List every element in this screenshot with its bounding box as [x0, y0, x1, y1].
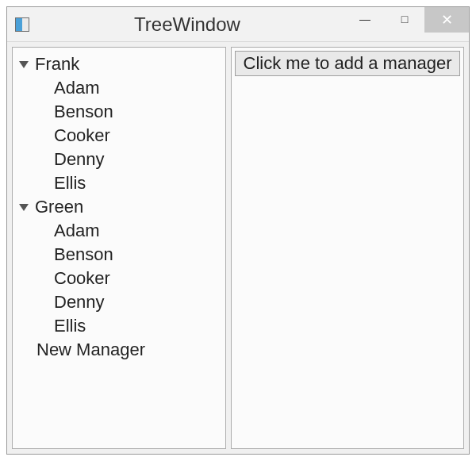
tree-root-green[interactable]: Green	[16, 195, 222, 219]
tree-child[interactable]: Denny	[16, 290, 222, 314]
tree-child[interactable]: Cooker	[16, 124, 222, 148]
minimize-icon: —	[359, 13, 370, 25]
tree-label: New Manager	[36, 340, 145, 359]
right-panel: Click me to add a manager	[231, 47, 464, 449]
tree-label: Ellis	[54, 316, 86, 336]
tree-child[interactable]: Benson	[16, 243, 222, 267]
tree-label: Ellis	[54, 173, 86, 193]
tree-label: Denny	[54, 292, 105, 312]
tree-child[interactable]: Adam	[16, 219, 222, 243]
close-button[interactable]: ✕	[424, 7, 469, 33]
chevron-down-icon[interactable]	[19, 61, 29, 68]
tree-child[interactable]: Denny	[16, 148, 222, 171]
app-icon	[15, 17, 29, 32]
tree-root-frank[interactable]: Frank	[16, 52, 222, 76]
tree-view[interactable]: Frank Adam Benson Cooker Denny Ellis Gre…	[12, 47, 226, 449]
tree-label: Adam	[54, 221, 99, 240]
add-manager-label: Click me to add a manager	[244, 53, 452, 73]
tree-label: Frank	[35, 54, 79, 74]
window-controls: — □ ✕	[345, 7, 469, 41]
tree-label: Benson	[54, 102, 113, 121]
chevron-down-icon[interactable]	[19, 204, 29, 211]
client-area: Frank Adam Benson Cooker Denny Ellis Gre…	[7, 42, 469, 454]
tree-label: Denny	[54, 149, 105, 169]
tree-child[interactable]: Adam	[16, 76, 222, 100]
tree-label: Benson	[54, 244, 113, 264]
tree-child[interactable]: Ellis	[16, 171, 222, 195]
close-icon: ✕	[441, 11, 453, 29]
tree-child[interactable]: Ellis	[16, 314, 222, 338]
tree-child[interactable]: Cooker	[16, 267, 222, 290]
tree-root-new-manager[interactable]: New Manager	[16, 338, 222, 362]
tree-label: Green	[35, 197, 83, 217]
maximize-button[interactable]: □	[385, 7, 424, 31]
add-manager-button[interactable]: Click me to add a manager	[235, 51, 460, 76]
window-title: TreeWindow	[29, 13, 345, 36]
tree-label: Adam	[54, 78, 99, 98]
tree-label: Cooker	[54, 125, 110, 145]
maximize-icon: □	[401, 13, 408, 25]
tree-child[interactable]: Benson	[16, 100, 222, 124]
tree-label: Cooker	[54, 268, 110, 288]
titlebar[interactable]: TreeWindow — □ ✕	[7, 7, 469, 42]
window-frame: TreeWindow — □ ✕ Frank Adam Benson Cooke…	[6, 6, 470, 455]
minimize-button[interactable]: —	[345, 7, 385, 31]
